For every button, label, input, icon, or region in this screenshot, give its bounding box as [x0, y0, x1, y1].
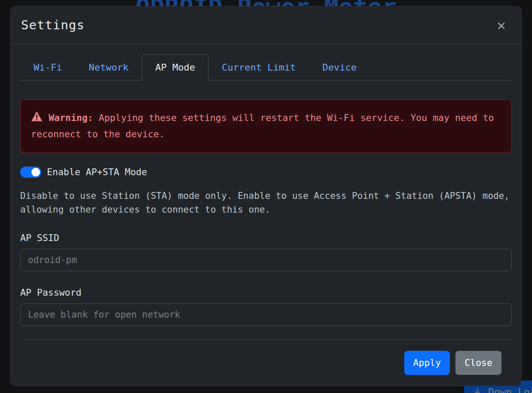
tab-network[interactable]: Network [75, 54, 142, 80]
ap-password-input[interactable] [20, 303, 512, 326]
tab-device[interactable]: Device [309, 54, 370, 80]
ap-sta-toggle[interactable] [20, 167, 41, 178]
close-button[interactable]: Close [455, 351, 501, 375]
ap-ssid-label: AP SSID [20, 232, 512, 243]
ap-sta-toggle-row: Enable AP+STA Mode [20, 167, 512, 178]
ap-ssid-input[interactable] [20, 249, 512, 271]
ap-sta-toggle-label: Enable AP+STA Mode [47, 167, 147, 177]
settings-tabs: Wi-Fi Network AP Mode Current Limit Devi… [20, 54, 512, 80]
toggle-knob [31, 168, 40, 176]
modal-body: Wi-Fi Network AP Mode Current Limit Devi… [11, 44, 521, 328]
settings-modal: Settings ✕ Wi-Fi Network AP Mode Current… [10, 6, 522, 386]
close-icon[interactable]: ✕ [492, 18, 511, 32]
modal-footer: Apply Close [20, 339, 512, 386]
warning-bold-text: Warning: [49, 112, 93, 123]
modal-header: Settings ✕ [11, 6, 521, 44]
mode-help-text: Disable to use Station (STA) mode only. … [20, 189, 512, 217]
tab-ap-mode[interactable]: AP Mode [142, 54, 209, 80]
ap-password-label: AP Password [20, 287, 512, 298]
warning-alert: Warning: Applying these settings will re… [20, 99, 512, 153]
apply-button[interactable]: Apply [404, 351, 450, 375]
modal-title: Settings [21, 18, 85, 32]
warning-text: Applying these settings will restart the… [31, 112, 494, 139]
tab-wifi[interactable]: Wi-Fi [20, 54, 75, 80]
warning-icon [31, 111, 43, 127]
tab-current-limit[interactable]: Current Limit [209, 54, 309, 80]
